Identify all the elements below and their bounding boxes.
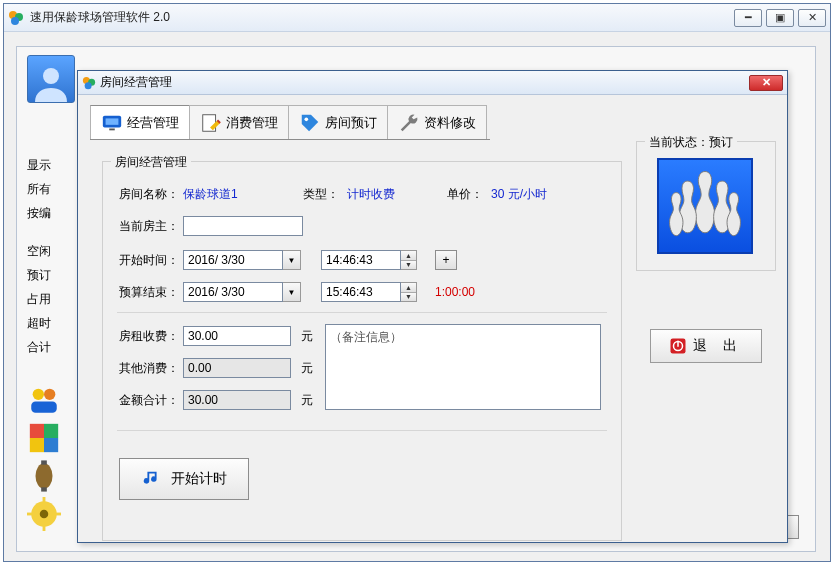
- main-window: 速用保龄球场管理软件 2.0 ━ ▣ ✕ 显示 所有 按编 空闲 预订 占用 超…: [3, 3, 831, 562]
- svg-point-22: [85, 82, 92, 89]
- unit-yuan: 元: [301, 392, 313, 409]
- room-name-label: 房间名称：: [119, 186, 183, 203]
- tab-label: 资料修改: [424, 114, 476, 132]
- owner-input[interactable]: [183, 216, 303, 236]
- wrench-icon: [398, 112, 420, 134]
- other-value: 0.00: [183, 358, 291, 378]
- start-time-input[interactable]: [321, 250, 401, 270]
- svg-rect-30: [677, 341, 679, 347]
- monitor-icon: [101, 112, 123, 134]
- end-date-picker[interactable]: ▼: [183, 282, 301, 302]
- left-toolbar: [27, 383, 69, 535]
- edit-icon: [200, 112, 222, 134]
- exit-button[interactable]: 退 出: [650, 329, 762, 363]
- tab-label: 消费管理: [226, 114, 278, 132]
- toolbar-puzzle-icon[interactable]: [27, 421, 61, 455]
- chevron-down-icon[interactable]: ▼: [283, 250, 301, 270]
- toolbar-lantern-icon[interactable]: [27, 459, 61, 493]
- label-occupied: 占用: [27, 287, 67, 311]
- total-label: 金额合计：: [119, 392, 183, 409]
- close-button[interactable]: ✕: [798, 9, 826, 27]
- user-avatar-icon: [27, 55, 75, 103]
- svg-rect-25: [109, 128, 115, 130]
- total-value: 30.00: [183, 390, 291, 410]
- dialog-close-button[interactable]: ✕: [749, 75, 783, 91]
- chevron-down-icon[interactable]: ▼: [283, 282, 301, 302]
- start-timer-button[interactable]: 开始计时: [119, 458, 249, 500]
- tab-edit-info[interactable]: 资料修改: [387, 105, 487, 139]
- svg-point-2: [11, 17, 19, 25]
- end-time-input[interactable]: [321, 282, 401, 302]
- room-name-value: 保龄球道1: [183, 186, 303, 203]
- bowling-pins-icon: [657, 158, 753, 254]
- status-legend-value: 预订: [709, 135, 733, 149]
- minimize-button[interactable]: ━: [734, 9, 762, 27]
- end-time-label: 预算结束：: [119, 284, 183, 301]
- group-status: 当前状态：预订: [636, 141, 776, 271]
- svg-rect-12: [41, 460, 47, 464]
- dialog-tabbar: 经营管理 消费管理 房间预订 资料修改: [90, 105, 486, 139]
- group-room-operation: 房间经营管理 房间名称： 保龄球道1 类型： 计时收费 单价： 30 元/小时 …: [102, 161, 622, 541]
- status-legend: 当前状态：预订: [645, 134, 737, 151]
- unit-yuan: 元: [301, 328, 313, 345]
- type-label: 类型：: [303, 186, 347, 203]
- other-label: 其他消费：: [119, 360, 183, 377]
- start-date-picker[interactable]: ▼: [183, 250, 301, 270]
- label-total: 合计: [27, 335, 67, 359]
- svg-point-27: [305, 117, 309, 121]
- label-all: 所有: [27, 177, 67, 201]
- left-filter-labels: 显示 所有 按编 空闲 预订 占用 超时 合计: [27, 153, 67, 359]
- tab-reserve[interactable]: 房间预订: [288, 105, 388, 139]
- spinner-buttons[interactable]: ▲▼: [401, 250, 417, 270]
- group-legend: 房间经营管理: [111, 154, 191, 171]
- tab-operation[interactable]: 经营管理: [90, 105, 190, 139]
- rent-input[interactable]: [183, 326, 291, 346]
- svg-point-11: [36, 463, 53, 489]
- label-by-id: 按编: [27, 201, 67, 225]
- dialog-icon: [82, 76, 96, 90]
- tab-label: 房间预订: [325, 114, 377, 132]
- status-legend-prefix: 当前状态：: [649, 135, 709, 149]
- dialog-title: 房间经营管理: [100, 74, 749, 91]
- maximize-button[interactable]: ▣: [766, 9, 794, 27]
- app-icon: [8, 10, 24, 26]
- svg-point-3: [43, 68, 59, 84]
- svg-rect-16: [43, 497, 46, 503]
- svg-rect-10: [44, 438, 58, 452]
- power-icon: [669, 337, 687, 355]
- memo-textarea[interactable]: （备注信息）: [325, 324, 601, 410]
- label-reserved: 预订: [27, 263, 67, 287]
- label-display: 显示: [27, 153, 67, 177]
- tab-label: 经营管理: [127, 114, 179, 132]
- price-label: 单价：: [447, 186, 491, 203]
- svg-rect-24: [106, 118, 119, 124]
- end-time-spinner[interactable]: ▲▼: [321, 282, 417, 302]
- start-time-spinner[interactable]: ▲▼: [321, 250, 417, 270]
- svg-rect-9: [30, 438, 44, 452]
- svg-rect-7: [30, 424, 44, 438]
- plus-button[interactable]: +: [435, 250, 457, 270]
- toolbar-users-icon[interactable]: [27, 383, 61, 417]
- svg-point-5: [44, 389, 55, 400]
- room-manage-dialog: 房间经营管理 ✕ 经营管理 消费管理 房间预订: [77, 70, 788, 543]
- music-note-icon: [141, 468, 163, 490]
- svg-rect-8: [44, 424, 58, 438]
- start-timer-label: 开始计时: [171, 470, 227, 488]
- start-date-input[interactable]: [183, 250, 283, 270]
- svg-rect-13: [41, 487, 47, 491]
- rent-label: 房租收费：: [119, 328, 183, 345]
- exit-label: 退 出: [693, 337, 743, 355]
- tab-consume[interactable]: 消费管理: [189, 105, 289, 139]
- svg-point-4: [33, 389, 44, 400]
- label-overtime: 超时: [27, 311, 67, 335]
- svg-rect-6: [31, 401, 57, 412]
- dialog-titlebar: 房间经营管理 ✕: [78, 71, 787, 95]
- price-value: 30 元/小时: [491, 186, 547, 203]
- end-date-input[interactable]: [183, 282, 283, 302]
- unit-yuan: 元: [301, 360, 313, 377]
- label-idle: 空闲: [27, 239, 67, 263]
- tag-icon: [299, 112, 321, 134]
- main-title: 速用保龄球场管理软件 2.0: [30, 9, 730, 26]
- spinner-buttons[interactable]: ▲▼: [401, 282, 417, 302]
- start-time-label: 开始时间：: [119, 252, 183, 269]
